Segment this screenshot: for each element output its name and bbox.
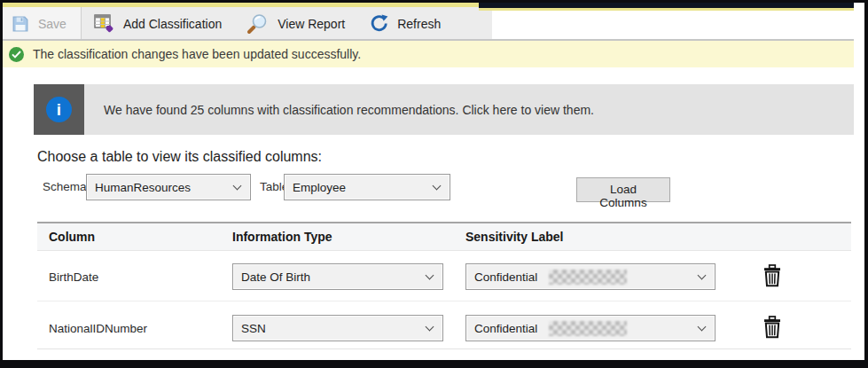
chevron-down-icon bbox=[426, 323, 434, 332]
delete-row-button[interactable] bbox=[761, 316, 784, 341]
refresh-label: Refresh bbox=[397, 17, 441, 31]
status-message: The classification changes have been upd… bbox=[33, 47, 361, 61]
delete-row-button[interactable] bbox=[761, 264, 784, 289]
information-type-dropdown[interactable]: SSN bbox=[232, 315, 443, 341]
schema-label: Schema bbox=[43, 180, 87, 193]
data-classification-pane: Save Add Classification bbox=[0, 0, 868, 368]
add-classification-label: Add Classification bbox=[123, 17, 222, 31]
redacted-text bbox=[549, 270, 627, 285]
column-name: NationalIDNumber bbox=[49, 322, 147, 335]
frame-border-top bbox=[0, 0, 868, 3]
sensitivity-label-dropdown[interactable]: Confidential bbox=[465, 315, 716, 341]
info-icon: i bbox=[46, 97, 72, 122]
add-classification-icon bbox=[94, 14, 114, 33]
header-information-type: Information Type bbox=[232, 230, 332, 244]
information-type-value: SSN bbox=[241, 322, 266, 335]
information-type-value: Date Of Birth bbox=[241, 270, 310, 284]
redacted-text bbox=[549, 321, 627, 336]
table-header-row bbox=[37, 223, 851, 250]
trash-icon bbox=[762, 264, 782, 290]
success-check-icon bbox=[9, 47, 24, 62]
status-bar: The classification changes have been upd… bbox=[3, 41, 854, 67]
schema-dropdown[interactable]: HumanResources bbox=[86, 174, 251, 200]
chevron-down-icon bbox=[426, 271, 434, 280]
refresh-button[interactable]: Refresh bbox=[357, 7, 453, 40]
table-value: Employee bbox=[293, 181, 346, 194]
view-report-button[interactable]: View Report bbox=[234, 7, 357, 40]
toolbar: Save Add Classification bbox=[3, 7, 492, 40]
chevron-down-icon bbox=[698, 323, 707, 332]
frame-border-left bbox=[0, 0, 3, 368]
table-header-divider bbox=[37, 250, 851, 251]
schema-value: HumanResources bbox=[95, 181, 191, 194]
view-report-magnifier-icon bbox=[246, 13, 269, 35]
frame-border-right bbox=[864, 0, 868, 368]
chevron-down-icon bbox=[698, 271, 707, 280]
save-button-label: Save bbox=[38, 17, 66, 31]
chevron-down-icon bbox=[433, 182, 442, 191]
header-column: Column bbox=[49, 230, 95, 244]
information-type-dropdown[interactable]: Date Of Birth bbox=[232, 263, 443, 290]
choose-table-heading: Choose a table to view its classified co… bbox=[37, 149, 322, 165]
header-sensitivity-label: Sensitivity Label bbox=[465, 230, 563, 244]
table-bottom-border bbox=[37, 348, 851, 349]
trash-icon bbox=[762, 316, 782, 341]
view-report-label: View Report bbox=[278, 17, 345, 31]
recommendations-banner[interactable]: We have found 25 columns with classifica… bbox=[84, 84, 854, 135]
save-button[interactable]: Save bbox=[3, 7, 81, 40]
sensitivity-label-dropdown[interactable]: Confidential bbox=[465, 263, 716, 290]
column-name: BirthDate bbox=[49, 270, 98, 284]
title-bar-redaction-underline bbox=[479, 8, 854, 11]
load-columns-button[interactable]: Load Columns bbox=[576, 177, 670, 202]
save-icon bbox=[12, 15, 29, 33]
recommendations-message: We have found 25 columns with classifica… bbox=[104, 103, 594, 117]
sensitivity-label-value: Confidential bbox=[474, 270, 537, 284]
sensitivity-label-value: Confidential bbox=[474, 322, 537, 335]
info-icon-tile: i bbox=[34, 84, 84, 135]
table-dropdown[interactable]: Employee bbox=[284, 174, 450, 200]
refresh-icon bbox=[370, 14, 388, 33]
table-row-divider bbox=[37, 301, 851, 301]
chevron-down-icon bbox=[233, 182, 242, 191]
frame-border-bottom bbox=[0, 360, 868, 368]
add-classification-button[interactable]: Add Classification bbox=[82, 7, 234, 40]
